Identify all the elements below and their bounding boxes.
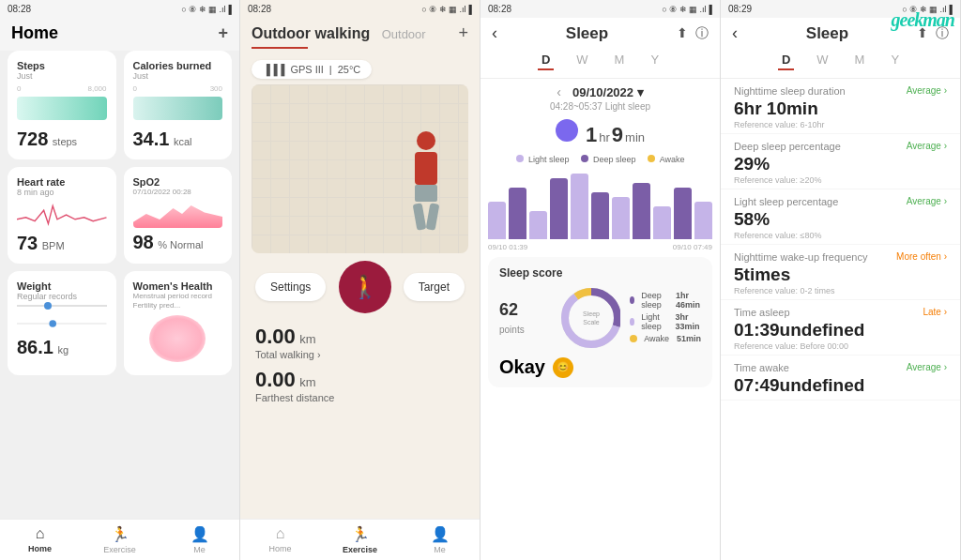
svg-point-1 [49, 320, 56, 327]
awake-score-dot [630, 335, 637, 342]
legend-light: Light sleep [516, 155, 570, 164]
bottom-nav-2: ⌂ Home 🏃 Exercise 👤 Me [240, 519, 480, 560]
sleep-chart [480, 168, 720, 243]
metric-title-3: Nighttime wake-up frequency [734, 251, 896, 263]
steps-title: Steps [17, 60, 107, 71]
metric-status-4[interactable]: Late › [923, 307, 947, 317]
heartrate-card[interactable]: Heart rate 8 min ago 73 BPM [8, 167, 116, 264]
metric-row-5[interactable]: Time awake07:49undefinedAverage › [721, 356, 960, 401]
steps-card[interactable]: Steps Just 08,000 728 steps [8, 51, 116, 159]
walk-controls: Settings 🚶 Target [240, 253, 480, 321]
gps-icon: ▐▐▐ [263, 64, 284, 75]
deep-sleep-dot [581, 155, 588, 162]
metric-status-3[interactable]: More often › [896, 251, 947, 262]
panel-home: 08:28 ○ ⑧ ❄ ▦ .ıl▐ Home + Steps Just 08,… [0, 0, 240, 560]
detail-tab-month[interactable]: M [851, 51, 869, 70]
time-1: 08:28 [8, 4, 31, 14]
detail-tab-week[interactable]: W [813, 51, 831, 70]
weight-subtitle: Regular records [17, 292, 107, 301]
nav-me-1[interactable]: 👤 Me [160, 525, 239, 554]
metric-ref-1: Reference value: ≥20% [734, 175, 907, 185]
steps-axis: 08,000 [17, 84, 107, 93]
exercise-nav-icon-2: 🏃 [320, 525, 400, 543]
womens-title: Women's Health [133, 280, 223, 292]
metric-title-4: Time asleep [734, 307, 923, 318]
metrics-container: Nighttime sleep duration6hr 10minReferen… [721, 79, 960, 401]
metric-row-4[interactable]: Time asleep01:39undefinedReference value… [721, 300, 960, 356]
detail-tab-year[interactable]: Y [887, 51, 903, 70]
metric-ref-2: Reference value: ≤80% [734, 231, 907, 240]
sleep-header-icons: ⬆ ⓘ [677, 25, 709, 42]
svg-text:Sleep: Sleep [583, 310, 600, 318]
metric-status-2[interactable]: Average › [907, 196, 947, 206]
sleep-details-back-button[interactable]: ‹ [732, 23, 738, 43]
sleep-mins: 9 [612, 123, 623, 147]
metric-status-1[interactable]: Average › [907, 141, 947, 151]
sleep-bar [550, 178, 568, 239]
home-nav-icon: ⌂ [0, 525, 80, 542]
metric-title-0: Nighttime sleep duration [734, 85, 907, 97]
metric-row-0[interactable]: Nighttime sleep duration6hr 10minReferen… [721, 79, 960, 134]
time-3: 08:28 [488, 4, 511, 14]
sleep-title: Sleep [566, 24, 608, 43]
add-home-icon[interactable]: + [218, 23, 228, 43]
exercise-nav-icon: 🏃 [80, 525, 160, 543]
tab-week[interactable]: W [572, 51, 591, 70]
calories-card[interactable]: Calories burned Just 0300 34.1 kcal [124, 51, 233, 159]
farthest-value: 0.00 [255, 368, 296, 391]
sleep-bar [653, 206, 671, 239]
womens-health-card[interactable]: Women's Health Menstrual period record F… [124, 271, 233, 375]
metric-status-5[interactable]: Average › [907, 362, 947, 372]
metric-row-2[interactable]: Light sleep percentage58%Reference value… [721, 189, 960, 245]
nav-exercise-1[interactable]: 🏃 Exercise [80, 525, 160, 554]
spo2-subtitle: 07/10/2022 00:28 [133, 188, 223, 196]
sleep-bar [509, 188, 526, 239]
nav-home-1[interactable]: ⌂ Home [0, 525, 80, 554]
start-button[interactable]: 🚶 [339, 261, 391, 313]
okay-badge: 😊 [553, 357, 573, 378]
nav-me-2[interactable]: 👤 Me [400, 525, 480, 554]
sleep-bar [571, 174, 588, 239]
sleep-back-button[interactable]: ‹ [492, 23, 497, 43]
nav-home-2[interactable]: ⌂ Home [240, 525, 320, 554]
sleep-duration: 1 hr 9 min [480, 115, 720, 151]
share-icon[interactable]: ⬆ [677, 25, 688, 42]
tab-day[interactable]: D [538, 51, 554, 70]
time-4: 08:29 [728, 4, 752, 14]
spo2-value: 98 % Normal [133, 232, 223, 253]
status-icons-2: ○ ⑧ ❄ ▦ .ıl▐ [421, 5, 472, 14]
me-nav-icon: 👤 [160, 525, 239, 543]
detail-tab-day[interactable]: D [778, 51, 794, 70]
nav-exercise-2[interactable]: 🏃 Exercise [320, 525, 400, 554]
weight-card[interactable]: Weight Regular records 86.1 kg [8, 271, 116, 375]
status-bar-1: 08:28 ○ ⑧ ❄ ▦ .ıl▐ [0, 0, 239, 18]
bottom-nav-1: ⌂ Home 🏃 Exercise 👤 Me [0, 519, 239, 560]
metric-row-3[interactable]: Nighttime wake-up frequency5timesReferen… [721, 245, 960, 300]
sleep-bar [488, 202, 506, 239]
metric-status-0[interactable]: Average › [907, 85, 947, 96]
legend-light-sleep: Light sleep 3hr 33min [630, 312, 701, 331]
prev-date-button[interactable]: ‹ [557, 84, 561, 99]
score-legend: Deep sleep 1hr 46min Light sleep 3hr 33m… [630, 291, 701, 346]
total-km-value: 0.00 [255, 325, 296, 348]
info-icon[interactable]: ⓘ [695, 25, 709, 42]
metric-row-1[interactable]: Deep sleep percentage29%Reference value:… [721, 134, 960, 189]
tab-year[interactable]: Y [647, 51, 663, 70]
add-walk-icon[interactable]: + [458, 23, 468, 43]
spo2-card[interactable]: SpO2 07/10/2022 00:28 98 % Normal [124, 167, 233, 264]
settings-button[interactable]: Settings [255, 273, 326, 301]
status-bar-2: 08:28 ○ ⑧ ❄ ▦ .ıl▐ [240, 0, 480, 18]
score-status-text: Okay [499, 356, 545, 378]
heartrate-value: 73 BPM [17, 233, 107, 254]
target-button[interactable]: Target [404, 273, 465, 301]
sleep-bar [694, 202, 712, 239]
moon-icon [556, 119, 578, 142]
panel-sleep: 08:28 ○ ⑧ ❄ ▦ .ıl▐ ‹ Sleep ⬆ ⓘ D W M Y ‹… [480, 0, 721, 560]
sleep-hours: 1 [586, 123, 597, 147]
score-points: 62 [499, 300, 518, 319]
metric-title-5: Time awake [734, 362, 907, 373]
sleep-donut-chart: Sleep Scale [558, 285, 621, 351]
tab-month[interactable]: M [611, 51, 629, 70]
sleep-date: 09/10/2022 ▾ [572, 85, 644, 99]
legend-deep-sleep: Deep sleep 1hr 46min [630, 291, 701, 310]
